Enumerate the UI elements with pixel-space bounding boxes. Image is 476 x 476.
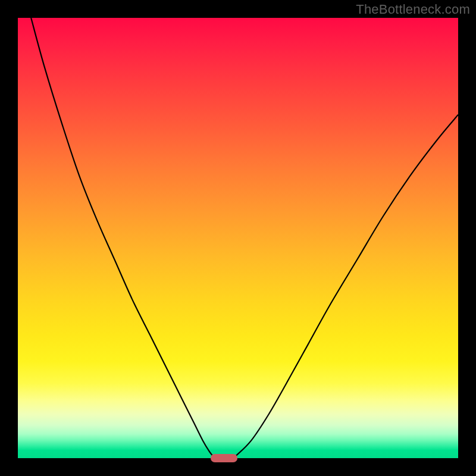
bottleneck-marker — [211, 454, 237, 462]
curve-left-branch — [31, 18, 213, 456]
watermark-text: TheBottleneck.com — [356, 2, 470, 17]
bottleneck-curve — [18, 18, 458, 458]
curve-right-branch — [236, 115, 458, 456]
plot-area — [18, 18, 458, 458]
chart-frame: TheBottleneck.com — [0, 0, 476, 476]
